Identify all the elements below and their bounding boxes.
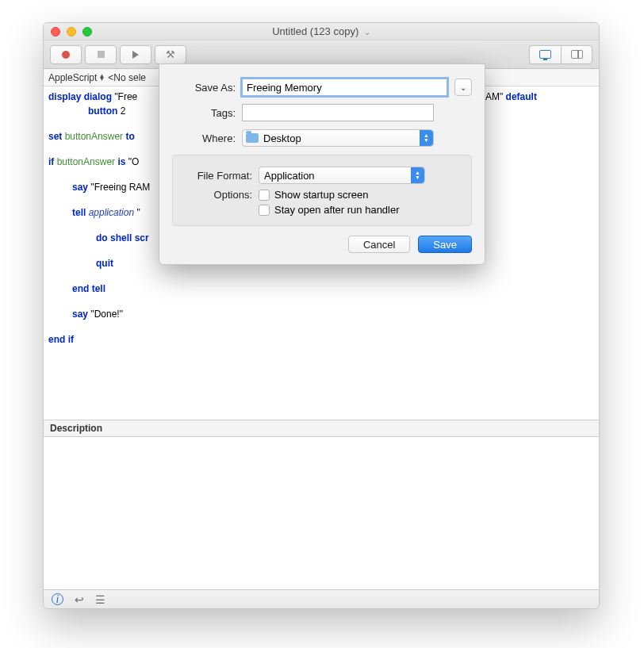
panes-icon [571,50,583,59]
file-format-value: Application [264,170,315,182]
updown-icon: ▲▼ [98,75,105,81]
window-title: Untitled (123 copy) ⌄ [44,25,599,37]
stop-icon [98,51,105,58]
language-selector[interactable]: AppleScript ▲▼ [48,72,105,83]
select-arrows-icon: ▲▼ [420,130,433,146]
view-mode-sidebar-button[interactable] [561,45,592,64]
record-icon [62,51,70,59]
log-icon[interactable]: ☰ [95,593,105,606]
description-body[interactable] [44,437,599,589]
options-label: Options: [182,189,252,201]
file-format-select[interactable]: Application ▲▼ [259,167,425,184]
save-as-input[interactable] [242,79,447,96]
return-icon[interactable]: ↩ [75,593,84,606]
titlebar: Untitled (123 copy) ⌄ [44,23,599,40]
where-value: Desktop [263,132,301,144]
expand-dialog-button[interactable]: ⌄ [454,79,472,96]
file-format-label: File Format: [182,170,252,182]
stop-button[interactable] [85,45,117,64]
selection-indicator: <No sele [108,72,146,83]
status-bar: i ↩ ☰ [44,589,599,608]
title-text: Untitled (123 copy) [272,25,358,37]
hammer-icon: ⚒ [166,48,175,60]
save-dialog: Save As: ⌄ Tags: Where: Desktop ▲▼ File … [159,63,485,265]
save-button[interactable]: Save [418,236,472,253]
record-button[interactable] [50,45,82,64]
file-options-section: File Format: Application ▲▼ Options: Sho… [172,155,472,226]
bundle-contents-button[interactable]: i [52,593,63,605]
select-arrows-icon: ▲▼ [411,167,424,183]
run-button[interactable] [120,45,151,64]
stay-open-checkbox[interactable] [259,205,270,216]
cancel-button-label: Cancel [363,239,395,251]
view-mode-standard-button[interactable] [529,45,561,64]
tags-input[interactable] [242,104,434,121]
play-icon [132,51,139,59]
show-startup-checkbox[interactable] [259,190,270,201]
stay-open-label: Stay open after run handler [274,204,400,216]
save-as-label: Save As: [172,82,236,94]
chevron-down-icon: ⌄ [460,83,466,92]
save-button-label: Save [433,239,457,251]
folder-icon [246,133,259,143]
description-header: Description [44,420,599,437]
description-header-label: Description [50,423,102,434]
show-startup-label: Show startup screen [274,189,369,201]
compile-button[interactable]: ⚒ [155,45,186,64]
tags-label: Tags: [172,107,236,119]
cancel-button[interactable]: Cancel [348,236,410,253]
where-label: Where: [172,132,236,144]
language-label: AppleScript [48,72,97,83]
title-chevron-icon[interactable]: ⌄ [364,28,370,36]
where-select[interactable]: Desktop ▲▼ [242,129,434,147]
screen-icon [539,50,551,59]
